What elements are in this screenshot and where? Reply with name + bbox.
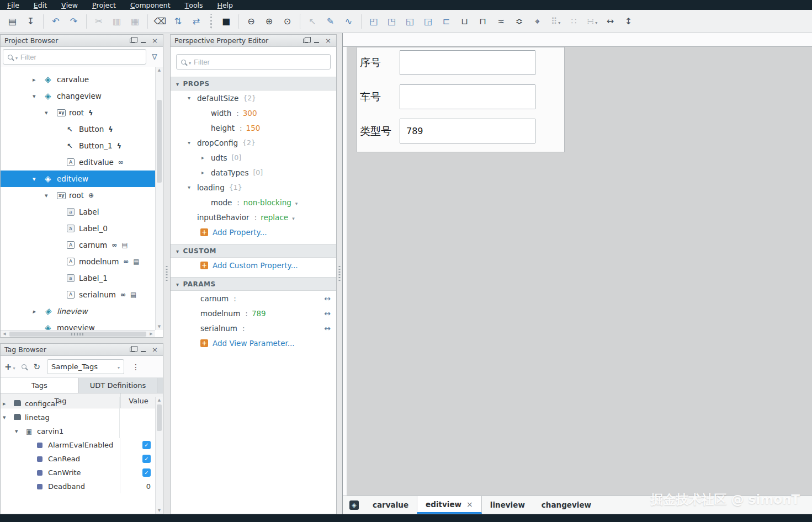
- property-value[interactable]: 300: [243, 109, 257, 118]
- tag-row[interactable]: CanWrite: [1, 466, 155, 480]
- property-filter-input[interactable]: [194, 58, 326, 66]
- refresh-icon[interactable]: ↻: [33, 362, 40, 372]
- menu-item[interactable]: Component: [123, 0, 178, 10]
- view-parameter-row[interactable]: serialnum :: [171, 321, 336, 335]
- expand-arrow-icon[interactable]: [33, 175, 45, 183]
- expand-arrow-icon[interactable]: [45, 109, 57, 116]
- tree-item[interactable]: changeview: [1, 88, 155, 104]
- expand-arrow-icon[interactable]: [45, 192, 57, 199]
- distribute-horizontal-icon[interactable]: ≍: [492, 14, 510, 29]
- add-view-parameter-button[interactable]: Add View Parameter...: [171, 335, 336, 350]
- tree-item[interactable]: root: [1, 187, 155, 204]
- minimize-icon[interactable]: [141, 351, 146, 352]
- menu-item[interactable]: View: [54, 0, 85, 10]
- bring-forward-icon[interactable]: ◳: [383, 14, 401, 29]
- expand-arrow-icon[interactable]: [33, 93, 45, 100]
- pen-tool-icon[interactable]: ✎: [321, 14, 339, 29]
- node-tool-icon[interactable]: ∿: [339, 14, 358, 29]
- form-label[interactable]: 类型号: [360, 124, 400, 139]
- distribute-vertical-icon[interactable]: ≎: [510, 14, 528, 29]
- tag-row[interactable]: Deadband 0: [1, 480, 155, 493]
- tag-browser-tab[interactable]: Tags: [1, 378, 79, 393]
- checkbox[interactable]: [142, 441, 151, 449]
- scrollbar-thumb[interactable]: [157, 100, 162, 183]
- project-browser-hscrollbar[interactable]: ◀ ▶: [1, 330, 155, 337]
- filter-options-icon[interactable]: ∇: [148, 51, 161, 63]
- property-value[interactable]: replace: [261, 213, 288, 222]
- send-backward-icon[interactable]: ◱: [401, 14, 419, 29]
- splitter[interactable]: [163, 34, 170, 514]
- expand-arrow-icon[interactable]: [3, 414, 14, 421]
- align-left-icon[interactable]: ⊏: [437, 14, 455, 29]
- property-row[interactable]: udts [0]: [171, 150, 336, 165]
- property-row[interactable]: width : 300: [171, 105, 336, 120]
- form-text-input[interactable]: [400, 50, 535, 75]
- size-options-icon[interactable]: ∺: [583, 14, 601, 29]
- menu-item[interactable]: Project: [85, 0, 123, 10]
- layout-options-icon[interactable]: ⠿: [546, 14, 565, 29]
- tag-row[interactable]: linetag: [1, 411, 155, 424]
- tree-item[interactable]: carvalue: [1, 71, 155, 88]
- tag-row[interactable]: AlarmEvalEnabled: [1, 438, 155, 452]
- bidirectional-icon[interactable]: [324, 309, 331, 318]
- float-icon[interactable]: [130, 39, 135, 43]
- property-row[interactable]: loading {1}: [171, 180, 336, 195]
- view-tab[interactable]: lineview: [482, 496, 533, 514]
- tree-item[interactable]: editview: [1, 171, 155, 187]
- expand-arrow-icon[interactable]: [188, 95, 197, 101]
- undo-icon[interactable]: ↶: [43, 14, 65, 29]
- paste-icon[interactable]: ▦: [126, 14, 144, 29]
- dropdown-caret-icon[interactable]: [295, 198, 298, 207]
- close-icon[interactable]: ×: [325, 37, 331, 44]
- add-tag-icon[interactable]: +: [4, 361, 15, 372]
- project-filter-input[interactable]: [20, 53, 141, 61]
- menu-item[interactable]: Edit: [26, 0, 54, 10]
- property-row[interactable]: mode : non-blocking: [171, 195, 336, 210]
- scroll-down-icon[interactable]: ▼: [156, 507, 163, 514]
- scrollbar-thumb[interactable]: [157, 404, 162, 431]
- tree-item[interactable]: serialnum: [1, 286, 155, 303]
- property-value[interactable]: 150: [246, 124, 261, 132]
- select-tool-icon[interactable]: ↖: [300, 14, 321, 29]
- parameter-value[interactable]: 789: [252, 309, 266, 318]
- close-icon[interactable]: ×: [152, 346, 158, 353]
- add-custom-property-button[interactable]: Add Custom Property...: [171, 258, 336, 273]
- search-icon[interactable]: [22, 364, 26, 369]
- tag-row[interactable]: carvin1: [1, 424, 155, 438]
- menu-item[interactable]: Tools: [178, 0, 210, 10]
- minimize-icon[interactable]: [141, 42, 146, 43]
- expand-arrow-icon[interactable]: [188, 140, 197, 146]
- property-row[interactable]: dropConfig {2}: [171, 135, 336, 150]
- bring-to-front-icon[interactable]: ◰: [361, 14, 383, 29]
- property-value[interactable]: non-blocking: [243, 198, 291, 207]
- checkbox[interactable]: [142, 455, 151, 463]
- spacing-icon[interactable]: ∷: [565, 14, 583, 29]
- form-label[interactable]: 序号: [360, 56, 400, 70]
- send-to-back-icon[interactable]: ◲: [419, 14, 437, 29]
- expand-arrow-icon[interactable]: [33, 76, 45, 83]
- float-icon[interactable]: [303, 39, 308, 43]
- scroll-left-icon[interactable]: ◀: [1, 332, 8, 336]
- zoom-in-icon[interactable]: ⊕: [260, 14, 278, 29]
- delete-icon[interactable]: ⌫: [147, 14, 169, 29]
- search-options-caret-icon[interactable]: [189, 58, 191, 66]
- tree-item[interactable]: Label_1: [1, 270, 155, 286]
- copy-icon[interactable]: ▥: [108, 14, 126, 29]
- align-top-icon[interactable]: ⊓: [474, 14, 492, 29]
- tree-item[interactable]: root: [1, 104, 155, 121]
- tree-item[interactable]: modelnum: [1, 253, 155, 270]
- checkbox[interactable]: [142, 468, 151, 477]
- save-icon[interactable]: ▤: [3, 14, 22, 29]
- redo-icon[interactable]: ↷: [65, 14, 83, 29]
- save-import-icon[interactable]: ↧: [22, 14, 40, 29]
- tree-item[interactable]: Label_0: [1, 220, 155, 237]
- property-row[interactable]: defaultSize {2}: [171, 90, 336, 105]
- more-options-icon[interactable]: ⋮: [132, 363, 140, 371]
- splitter[interactable]: [337, 34, 342, 514]
- section-header-props[interactable]: PROPS: [171, 77, 336, 90]
- bidirectional-icon[interactable]: [324, 324, 331, 333]
- stop-icon[interactable]: ■: [210, 14, 235, 29]
- match-width-icon[interactable]: ↔: [601, 14, 619, 29]
- tag-browser-vscrollbar[interactable]: ▲ ▼: [155, 397, 163, 514]
- property-row[interactable]: inputBehavior : replace: [171, 210, 336, 225]
